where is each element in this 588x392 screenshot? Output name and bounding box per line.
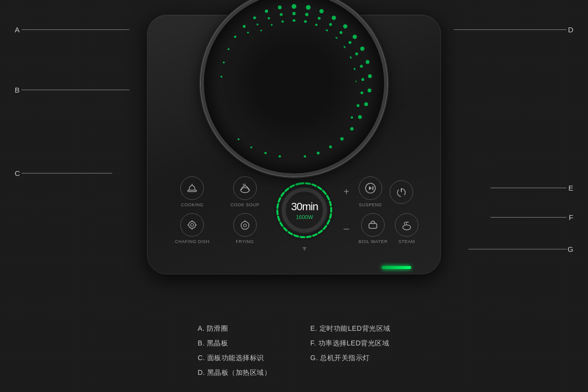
frying-icon <box>233 213 257 237</box>
annotation-line-d <box>454 29 566 30</box>
svg-point-48 <box>234 36 236 38</box>
svg-point-61 <box>361 91 364 94</box>
label-d: D. 黑晶板（加热区域） <box>197 368 271 377</box>
power-button[interactable] <box>390 180 413 204</box>
cooking-button[interactable]: COOKING <box>170 176 215 207</box>
svg-point-60 <box>362 78 365 81</box>
label-e: E. 定时功能LED背光区域 <box>310 324 390 333</box>
svg-point-27 <box>343 24 347 28</box>
svg-point-38 <box>317 151 319 154</box>
annotation-e: E <box>568 184 573 192</box>
svg-point-75 <box>353 68 356 71</box>
power-icon <box>390 180 413 204</box>
svg-point-63 <box>351 116 353 119</box>
svg-point-62 <box>357 104 360 107</box>
labels-right: E. 定时功能LED背光区域 F. 功率选择LED背光区域 G. 总机开关指示灯 <box>310 324 390 377</box>
svg-point-81 <box>260 30 262 32</box>
center-dial: ▲ 30min 1600W <box>272 168 336 252</box>
svg-point-54 <box>318 17 320 20</box>
label-a: A. 防滑圈 <box>197 324 271 333</box>
svg-point-33 <box>364 102 368 106</box>
chafing-dish-icon <box>180 213 204 237</box>
svg-rect-18 <box>372 186 373 190</box>
svg-point-52 <box>293 12 296 15</box>
svg-point-41 <box>264 152 267 154</box>
plus-button[interactable]: + <box>342 186 351 197</box>
right-top-row: + SUSPEND <box>342 176 418 207</box>
frying-button[interactable]: FRYING <box>222 213 268 244</box>
svg-point-43 <box>238 138 240 140</box>
svg-point-69 <box>304 20 307 23</box>
svg-point-36 <box>340 137 343 141</box>
label-c: C. 面板功能选择标识 <box>197 354 271 363</box>
svg-point-57 <box>348 41 351 44</box>
label-g: G. 总机开关指示灯 <box>310 354 390 363</box>
appliance: COOKING COOK SOUP <box>122 0 466 294</box>
svg-point-77 <box>352 93 355 95</box>
cook-soup-label: COOK SOUP <box>230 202 259 207</box>
minus-button[interactable]: – <box>342 223 351 234</box>
svg-point-30 <box>366 60 369 64</box>
svg-point-9 <box>241 221 249 229</box>
annotation-line-b <box>22 90 129 90</box>
labels-section: A. 防滑圈 B. 黑晶板 C. 面板功能选择标识 D. 黑晶板（加热区域） E… <box>0 324 588 377</box>
svg-point-82 <box>252 38 253 39</box>
annotation-g: G <box>567 245 573 253</box>
annotation-line-g <box>468 249 566 249</box>
boil-water-button[interactable]: BOIL WATER <box>359 213 388 244</box>
steam-icon <box>395 213 418 237</box>
svg-point-66 <box>256 24 258 25</box>
annotation-d: D <box>568 25 573 34</box>
svg-point-51 <box>220 76 222 78</box>
label-b: B. 黑晶板 <box>197 339 271 348</box>
svg-point-37 <box>329 146 332 148</box>
annotation-line-f <box>490 217 566 218</box>
svg-marker-17 <box>369 186 372 190</box>
suspend-button[interactable]: SUSPEND <box>359 176 382 207</box>
svg-point-76 <box>354 80 357 83</box>
svg-point-71 <box>325 29 328 32</box>
svg-point-28 <box>353 35 357 39</box>
annotation-c: C <box>15 169 20 177</box>
timer-value: 30min <box>291 200 318 213</box>
labels-left: A. 防滑圈 B. 黑晶板 C. 面板功能选择标识 D. 黑晶板（加热区域） <box>197 324 271 377</box>
svg-point-65 <box>268 17 270 20</box>
svg-point-26 <box>332 16 336 20</box>
svg-point-24 <box>306 5 311 10</box>
svg-point-73 <box>343 46 345 49</box>
svg-point-72 <box>335 37 338 40</box>
svg-point-29 <box>360 47 365 51</box>
svg-point-59 <box>360 65 363 68</box>
suspend-label: SUSPEND <box>359 202 382 207</box>
cooking-label: COOKING <box>181 202 203 207</box>
svg-point-40 <box>279 155 281 158</box>
cook-soup-button[interactable]: COOK SOUP <box>222 176 268 207</box>
chafing-dish-button[interactable]: CHAFING DISH <box>170 213 215 244</box>
svg-point-58 <box>355 52 358 55</box>
boil-water-label: BOIL WATER <box>359 239 388 244</box>
svg-point-11 <box>244 224 246 227</box>
svg-point-53 <box>305 13 309 16</box>
down-arrow[interactable]: ▼ <box>301 245 308 252</box>
label-f: F. 功率选择LED背光区域 <box>310 339 390 348</box>
svg-point-47 <box>243 25 245 28</box>
svg-point-78 <box>348 105 350 107</box>
svg-point-34 <box>358 115 362 119</box>
svg-point-39 <box>304 155 306 158</box>
annotation-b: B <box>15 86 20 94</box>
svg-point-23 <box>292 4 296 9</box>
svg-point-35 <box>350 127 354 131</box>
timer-circle: 30min 1600W <box>272 178 336 242</box>
svg-point-50 <box>223 61 225 63</box>
svg-point-4 <box>191 223 194 226</box>
cooking-icon <box>180 176 204 200</box>
chafing-dish-label: CHAFING DISH <box>175 239 210 244</box>
svg-point-31 <box>368 74 372 78</box>
svg-point-80 <box>271 24 273 26</box>
svg-point-45 <box>265 9 268 13</box>
svg-point-44 <box>278 5 282 9</box>
svg-rect-0 <box>188 190 196 192</box>
annotation-f: F <box>569 213 573 221</box>
svg-point-46 <box>253 16 256 19</box>
steam-button[interactable]: STEAM <box>395 213 418 244</box>
